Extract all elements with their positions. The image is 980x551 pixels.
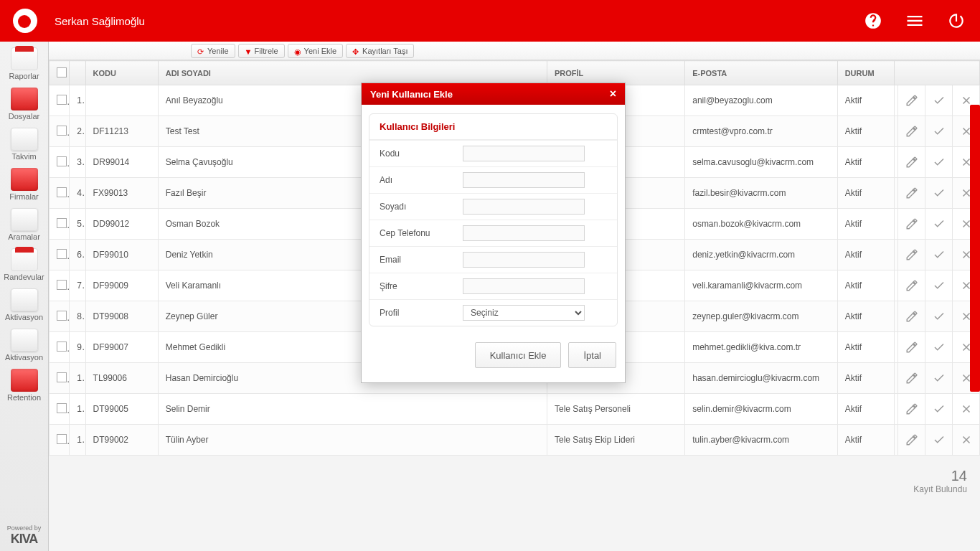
label-profil: Profil bbox=[369, 308, 463, 318]
new-user-modal: Yeni Kullanıcı Ekle × Kullanıcı Bilgiler… bbox=[361, 83, 626, 383]
fieldset-title: Kullanıcı Bilgileri bbox=[369, 114, 617, 140]
label-soyadi: Soyadı bbox=[369, 202, 463, 212]
modal-mask: Yeni Kullanıcı Ekle × Kullanıcı Bilgiler… bbox=[0, 0, 980, 551]
label-cep: Cep Telefonu bbox=[369, 228, 463, 238]
label-sifre: Şifre bbox=[369, 281, 463, 291]
close-icon[interactable]: × bbox=[610, 88, 616, 100]
input-sifre[interactable] bbox=[463, 278, 585, 294]
input-adi[interactable] bbox=[463, 172, 585, 188]
input-email[interactable] bbox=[463, 252, 585, 268]
input-kodu[interactable] bbox=[463, 146, 585, 161]
label-kodu: Kodu bbox=[369, 149, 463, 159]
cancel-button[interactable]: İptal bbox=[568, 342, 616, 368]
modal-header[interactable]: Yeni Kullanıcı Ekle × bbox=[362, 83, 625, 105]
input-soyadi[interactable] bbox=[463, 199, 585, 215]
select-profil[interactable]: Seçiniz bbox=[463, 305, 585, 321]
modal-title: Yeni Kullanıcı Ekle bbox=[370, 89, 453, 100]
input-cep[interactable] bbox=[463, 225, 585, 241]
label-adi: Adı bbox=[369, 175, 463, 185]
submit-button[interactable]: Kullanıcı Ekle bbox=[475, 342, 562, 368]
label-email: Email bbox=[369, 255, 463, 265]
user-fieldset: Kullanıcı Bilgileri Kodu Adı Soyadı Cep … bbox=[369, 113, 618, 326]
